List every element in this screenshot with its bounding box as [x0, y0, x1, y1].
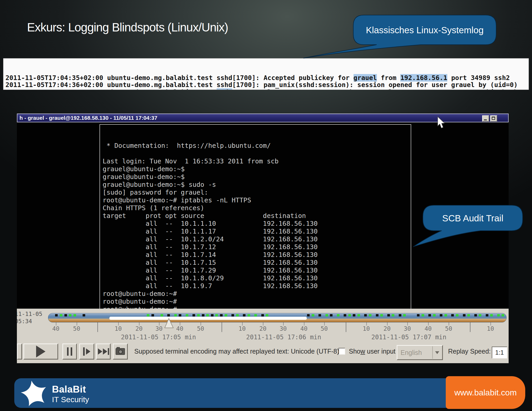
timeline-event-marker [353, 314, 355, 316]
window-title: h - grauel - grauel@192.168.58.130 - 11/… [19, 115, 157, 121]
timeline-event-marker [387, 314, 390, 316]
timeline-minute-divider [470, 322, 470, 332]
timeline-event-marker [220, 314, 223, 316]
timeline-event-marker [502, 314, 504, 316]
pause-icon [67, 347, 69, 356]
maximize-icon [492, 117, 495, 120]
terminal-line: grauel@ubuntu-demo:~$ sudo -s [103, 181, 408, 189]
terminal-line: all -- 10.1.7.29 192.168.56.130 [103, 267, 408, 274]
player-bottom-panel: 11-11-05 05:34 4050102030405010203040501… [17, 309, 509, 363]
terminal-line: all -- 10.1.8.0/29 192.168.56.130 [103, 274, 408, 282]
terminal-line: all -- 10.1.9.7 192.168.56.130 [103, 282, 408, 290]
website-link[interactable]: www.balabit.com [446, 376, 525, 409]
camera-icon [116, 348, 125, 355]
timeline-event-marker [60, 314, 62, 316]
terminal-line: [sudo] password for grauel: [103, 189, 408, 196]
timeline-tick-label: 40 [52, 325, 59, 332]
timeline-minute-label: 2011-11-05 17:06 min [246, 334, 321, 341]
timeline-event-marker [433, 314, 436, 316]
timeline-start-time: 05:34 [17, 318, 32, 324]
timeline-event-marker [231, 314, 234, 316]
timeline-tick-label: 50 [197, 325, 204, 332]
syslog-line: 2011-11-05T17:04:36+02:00 ubuntu-demo.mg… [5, 81, 527, 89]
timeline-minute-label: 2011-11-05 17:07 min [371, 334, 447, 341]
timeline-minute-label: 2011-11-05 17:05 min [121, 334, 196, 341]
fast-forward-button[interactable] [96, 343, 111, 360]
timeline-tick-label: 10 [238, 325, 246, 332]
syslog-lines: 2011-11-05T17:04:35+02:00 ubuntu-demo.mg… [5, 74, 527, 90]
page-title: Exkurs: Logging Blindspots (Linux/Unix) [27, 20, 228, 34]
timeline-event-marker [211, 314, 214, 316]
timeline-event-marker [202, 314, 204, 316]
pause-button[interactable] [62, 343, 77, 360]
timeline-tick-label: 50 [445, 325, 452, 332]
log-text: : grauel : TTY=pts/1 ; PWD=/home/grauel … [232, 88, 518, 90]
terminal-lines: * Documentation: https://help.ubuntu.com… [103, 142, 408, 309]
timeline-event-marker [174, 314, 177, 316]
terminal-line: root@ubuntu-demo:~# iptables -nL HTTPS [103, 196, 408, 204]
window-titlebar[interactable]: h - grauel - grauel@192.168.58.130 - 11/… [17, 114, 509, 122]
replay-speed-label: Replay Speed: [448, 348, 491, 355]
timeline-event-marker [399, 314, 401, 316]
minimize-button[interactable] [482, 115, 489, 122]
terminal-line: root@ubuntu-demo:~# [103, 306, 408, 309]
fast-forward-icon [98, 348, 102, 355]
terminal-line: Chain HTTPS (1 references) [103, 204, 408, 212]
timeline-event-marker [307, 314, 310, 316]
audit-player-window: h - grauel - grauel@192.168.58.130 - 11/… [17, 114, 509, 363]
timeline-event-marker [197, 314, 200, 316]
timeline-event-marker [486, 314, 488, 316]
timeline-tick-label: 20 [259, 325, 267, 332]
show-user-input-label[interactable]: Show user input [349, 348, 395, 355]
mouse-cursor-icon [437, 116, 446, 129]
replay-speed-value[interactable]: 1:1 [492, 347, 507, 359]
clipped-button[interactable] [17, 343, 22, 360]
audit-trail-callout-label: SCB Audit Trail [423, 213, 523, 223]
language-dropdown[interactable]: English [397, 345, 443, 360]
timeline-event-marker [337, 314, 340, 316]
timeline-event-marker [474, 314, 477, 316]
syslog-excerpt[interactable]: 2011-11-05T17:04:35+02:00 ubuntu-demo.mg… [3, 58, 529, 90]
timeline-event-marker [369, 314, 371, 316]
timeline-tick-label: 10 [363, 325, 370, 332]
timeline-playhead[interactable] [164, 318, 174, 328]
log-text: 2011-11-05T17:04:35+02:00 ubuntu-demo.mg… [5, 74, 354, 82]
timeline-tick-label: 40 [176, 325, 183, 332]
timeline-selection[interactable] [109, 317, 307, 320]
timeline-start-date: 11-11-05 [17, 311, 42, 317]
log-text: 2011-11-05T17:04:36+02:00 ubuntu-demo.mg… [5, 81, 518, 89]
terminal-line: root@ubuntu-demo:~# [103, 298, 408, 306]
play-icon [36, 346, 45, 357]
timeline-event-marker [266, 314, 268, 316]
timeline-bar[interactable] [48, 313, 507, 322]
terminal-line: all -- 10.1.7.14 192.168.56.130 [103, 251, 408, 259]
timeline-event-marker [330, 314, 332, 316]
terminal-line: all -- 10.1.1.10 192.168.56.130 [103, 220, 408, 228]
timeline-event-marker [364, 314, 367, 316]
timeline-event-marker [225, 314, 227, 316]
timeline-event-marker [380, 314, 383, 316]
timeline-tick-label: 10 [115, 325, 122, 332]
terminal-line: root@ubuntu-demo:~# [103, 290, 408, 298]
play-button[interactable] [23, 343, 58, 360]
dropdown-arrow-button[interactable] [432, 346, 442, 359]
screenshot-button[interactable] [113, 343, 128, 360]
show-user-input-checkbox[interactable] [338, 348, 345, 355]
timeline-event-marker [318, 314, 321, 316]
timeline-minute-divider [222, 322, 222, 332]
log-text: port 34989 ssh2 [447, 74, 510, 82]
maximize-button[interactable] [490, 115, 497, 122]
timeline-event-marker [344, 314, 346, 316]
terminal-screen[interactable]: * Documentation: https://help.ubuntu.com… [99, 124, 411, 309]
timeline-minute-divider [97, 322, 98, 332]
terminal-line: target prot opt source destination [103, 212, 408, 220]
step-forward-button[interactable] [79, 343, 94, 360]
replay-speed-arrow[interactable] [508, 347, 509, 359]
brand-name: BalaBit [52, 384, 86, 395]
timeline-tick-label: 20 [135, 325, 143, 332]
terminal-line: grauel@ubuntu-demo:~$ [103, 165, 408, 173]
minimize-icon [484, 120, 487, 120]
step-forward-icon [83, 347, 85, 356]
terminal-line: all -- 10.1.7.12 192.168.56.130 [103, 243, 408, 251]
highlighted-text: sudo [217, 88, 232, 90]
